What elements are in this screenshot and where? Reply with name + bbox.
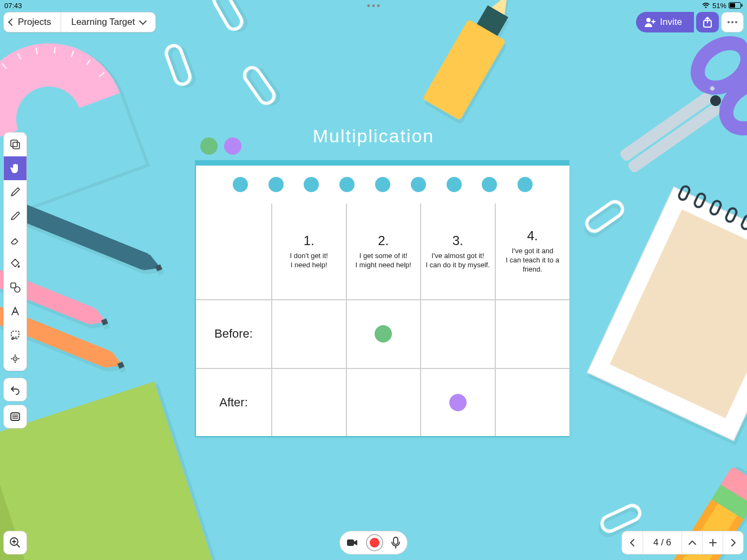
invite-button[interactable]: Invite — [636, 12, 694, 32]
text-tool[interactable] — [4, 299, 27, 323]
col-line2: I need help! — [291, 261, 327, 270]
before-cell-3[interactable] — [421, 300, 495, 368]
dot-icon — [735, 21, 737, 23]
header-col-4: 4. I've got it and I can teach it to a f… — [495, 203, 570, 300]
pencil-graphic — [12, 201, 149, 270]
col-line1: I don't get it! — [290, 252, 328, 261]
pencil-icon — [9, 210, 21, 222]
copy-tool[interactable] — [4, 133, 27, 156]
after-marker[interactable] — [449, 394, 467, 411]
undo-button[interactable] — [3, 378, 27, 401]
header-col-1: 1. I don't get it! I need help! — [272, 203, 346, 300]
chevron-down-icon — [139, 17, 147, 25]
col-line1: I get some of it! — [359, 252, 408, 261]
status-right: 51% — [702, 2, 743, 10]
scissors-graphic — [572, 9, 747, 229]
pen-tool[interactable] — [4, 180, 27, 204]
lasso-tool[interactable] — [4, 323, 27, 347]
svg-rect-7 — [11, 283, 16, 288]
after-cell-3[interactable] — [421, 368, 495, 436]
dot-icon — [731, 21, 733, 23]
svg-point-12 — [15, 358, 16, 359]
add-page-button[interactable] — [702, 531, 723, 554]
svg-rect-1 — [730, 3, 735, 8]
text-icon — [9, 305, 21, 317]
eraser-tool[interactable] — [4, 228, 27, 252]
before-legend-marker[interactable] — [200, 137, 218, 155]
row-after-label-cell: After: — [196, 368, 272, 436]
row-after-label: After: — [219, 396, 248, 410]
svg-rect-6 — [13, 142, 19, 149]
before-cell-4[interactable] — [495, 300, 570, 368]
col-line2: I can teach it to a friend. — [499, 256, 567, 274]
page-indicator: 4 / 6 — [643, 531, 682, 554]
col-number: 3. — [453, 233, 463, 248]
shapes-tool[interactable] — [4, 275, 27, 299]
hand-icon — [9, 162, 22, 175]
add-user-icon — [645, 17, 656, 27]
project-title-dropdown[interactable]: Learning Target — [61, 12, 155, 32]
project-title: Learning Target — [71, 17, 135, 28]
row-before-label-cell: Before: — [196, 300, 272, 368]
video-icon[interactable] — [346, 538, 358, 547]
col-number: 1. — [304, 233, 314, 248]
undo-icon — [9, 384, 21, 396]
record-bar — [339, 531, 408, 555]
col-line2: I might need help! — [356, 261, 411, 270]
worksheet-title[interactable]: Multiplication — [313, 126, 435, 147]
mic-icon[interactable] — [391, 537, 401, 549]
paperclip-graphic — [162, 42, 194, 89]
paperclip-graphic — [581, 196, 627, 236]
lasso-icon — [9, 329, 21, 341]
pencil-tool[interactable] — [4, 204, 27, 228]
after-cell-1[interactable] — [272, 368, 346, 436]
top-right-group: Invite — [636, 12, 744, 32]
after-cell-4[interactable] — [495, 368, 570, 436]
laser-tool[interactable] — [4, 347, 27, 371]
after-legend-marker[interactable] — [224, 137, 241, 155]
pages-panel-button[interactable] — [3, 405, 27, 429]
status-bar: 07:43 51% — [0, 0, 747, 11]
before-marker[interactable] — [375, 325, 392, 342]
svg-point-3 — [646, 18, 651, 22]
col-line1: I've almost got it! — [431, 252, 484, 261]
before-cell-2[interactable] — [346, 300, 421, 368]
worksheet-card[interactable]: 1. I don't get it! I need help! 2. I get… — [196, 166, 569, 436]
svg-rect-15 — [347, 539, 354, 546]
multitask-dots — [368, 4, 380, 7]
before-cell-1[interactable] — [272, 300, 346, 368]
next-page-button[interactable] — [723, 531, 743, 554]
col-number: 4. — [527, 228, 538, 243]
page-thumbnails-button[interactable] — [682, 531, 702, 554]
share-button[interactable] — [696, 12, 719, 32]
more-menu-button[interactable] — [721, 12, 744, 32]
share-icon — [702, 16, 713, 28]
spiral-notebook-graphic — [587, 186, 747, 441]
chevron-left-icon — [8, 18, 16, 26]
paperclip-graphic — [239, 62, 279, 108]
pager: 4 / 6 — [621, 531, 744, 555]
chevron-up-icon — [688, 540, 697, 545]
pen-icon — [9, 186, 21, 198]
invite-label: Invite — [660, 17, 682, 28]
prev-page-button[interactable] — [622, 531, 643, 554]
hand-tool[interactable] — [4, 156, 27, 180]
shapes-icon — [9, 281, 21, 293]
left-toolbar — [3, 132, 27, 371]
copy-icon — [9, 139, 21, 150]
back-to-projects-button[interactable]: Projects — [4, 12, 61, 32]
punch-holes — [196, 166, 569, 203]
after-cell-2[interactable] — [346, 368, 421, 436]
record-button[interactable] — [366, 534, 383, 551]
row-before-label: Before: — [214, 327, 253, 341]
zoom-button[interactable] — [3, 531, 27, 555]
col-line1: I've got it and — [512, 247, 553, 256]
top-left-group: Projects Learning Target — [3, 12, 156, 32]
svg-rect-2 — [742, 4, 743, 7]
svg-point-10 — [12, 338, 14, 340]
fill-tool[interactable] — [4, 252, 27, 275]
chevron-right-icon — [731, 538, 736, 547]
pages-panel-icon — [9, 411, 21, 423]
chevron-left-icon — [630, 538, 635, 547]
record-dot-icon — [370, 538, 379, 548]
